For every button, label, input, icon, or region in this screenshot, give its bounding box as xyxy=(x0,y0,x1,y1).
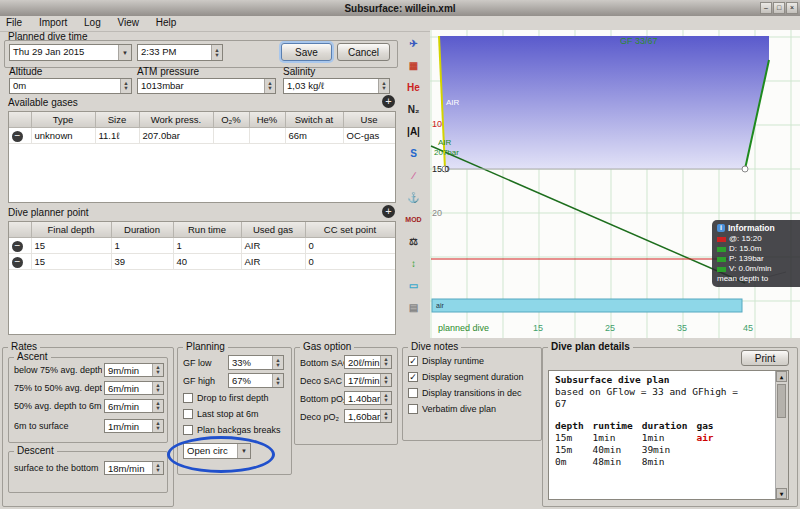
cancel-button[interactable]: Cancel xyxy=(337,43,390,61)
deco-sac-spinner[interactable]: 17ℓ/min xyxy=(344,373,392,387)
plan-scrollbar[interactable] xyxy=(775,371,788,499)
spinner-arrows-icon[interactable] xyxy=(264,79,275,93)
phe-toggle-icon[interactable]: He xyxy=(401,77,426,98)
checkbox-icon[interactable] xyxy=(183,393,193,403)
scroll-up-icon[interactable] xyxy=(776,371,787,382)
avg-depth-toggle-icon[interactable]: |A| xyxy=(401,121,426,142)
spinner-arrows-icon[interactable] xyxy=(380,410,391,422)
display-transitions-checkbox[interactable]: Display transitions in dec xyxy=(408,388,534,398)
remove-point-icon[interactable]: − xyxy=(12,241,23,252)
deco-po2-spinner[interactable]: 1,60bar xyxy=(344,409,392,423)
gas-workpress-cell[interactable]: 207.0bar xyxy=(139,128,213,144)
chevron-down-icon[interactable] xyxy=(237,444,250,458)
salinity-spinner[interactable]: 1,03 kg/ℓ xyxy=(283,78,390,94)
spinner-arrows-icon[interactable] xyxy=(380,374,391,386)
ascent-rate-1-spinner[interactable]: 9m/min xyxy=(104,363,164,377)
point-gas-cell[interactable]: AIR xyxy=(241,254,305,270)
remove-gas-icon[interactable]: − xyxy=(12,131,23,142)
bottom-po2-spinner[interactable]: 1.40bar xyxy=(344,391,392,405)
menu-log[interactable]: Log xyxy=(78,16,109,28)
close-icon[interactable]: × xyxy=(786,2,798,14)
checkbox-icon[interactable] xyxy=(183,425,193,435)
dive-profile-chart[interactable]: air GF 33/67 AIR 10 AIR 207bar 15.0 20 1… xyxy=(430,30,800,338)
gas-he-cell[interactable] xyxy=(249,128,285,144)
ascent-rate-4-spinner[interactable]: 1m/min xyxy=(104,419,164,433)
scroll-down-icon[interactable] xyxy=(776,488,787,499)
gas-switch-icon[interactable]: ↕ xyxy=(401,253,426,274)
checkbox-icon[interactable] xyxy=(408,388,418,398)
circuit-mode-select[interactable]: Open circ xyxy=(183,443,251,459)
mod-toggle-icon[interactable]: MOD xyxy=(401,209,426,230)
spinner-arrows-icon[interactable] xyxy=(152,420,163,432)
airplane-icon[interactable]: ✈ xyxy=(401,33,426,54)
title-bar[interactable]: Subsurface: willein.xml xyxy=(0,0,800,16)
display-segment-duration-checkbox[interactable]: ✓ Display segment duration xyxy=(408,372,534,382)
ascent-rate-3-spinner[interactable]: 6m/min xyxy=(104,399,164,413)
tank-bar-toggle-icon[interactable]: ▭ xyxy=(401,275,426,296)
gas-o2-cell[interactable] xyxy=(213,128,249,144)
scale-toggle-icon[interactable]: ⚖ xyxy=(401,231,426,252)
spinner-arrows-icon[interactable] xyxy=(380,356,391,368)
gas-size-cell[interactable]: 11.1ℓ xyxy=(95,128,139,144)
drop-to-first-depth-checkbox[interactable]: Drop to first depth xyxy=(183,393,269,403)
spinner-arrows-icon[interactable] xyxy=(380,392,391,404)
checkbox-icon[interactable] xyxy=(408,404,418,414)
gas-type-cell[interactable]: unknown xyxy=(31,128,95,144)
menu-file[interactable]: File xyxy=(0,16,30,28)
spinner-arrows-icon[interactable] xyxy=(272,374,283,387)
descent-rate-spinner[interactable]: 18m/min xyxy=(104,461,164,475)
plan-backgas-breaks-checkbox[interactable]: Plan backgas breaks xyxy=(183,425,281,435)
spinner-arrows-icon[interactable] xyxy=(120,79,131,93)
spinner-arrows-icon[interactable] xyxy=(152,400,163,412)
gf-low-spinner[interactable]: 33% xyxy=(228,355,284,370)
ruler-icon[interactable]: ∕ xyxy=(401,165,426,186)
remove-point-icon[interactable]: − xyxy=(12,257,23,268)
diver-icon[interactable]: ⚓ xyxy=(401,187,426,208)
point-duration-cell[interactable]: 1 xyxy=(111,238,173,254)
waypoint-handle[interactable] xyxy=(742,166,748,172)
display-runtime-checkbox[interactable]: ✓ Display runtime xyxy=(408,356,534,366)
spinner-arrows-icon[interactable] xyxy=(152,462,163,474)
point-runtime-cell[interactable]: 40 xyxy=(173,254,241,270)
pn2-toggle-icon[interactable]: N₂ xyxy=(401,99,426,120)
spinner-arrows-icon[interactable] xyxy=(152,364,163,376)
gas-switchat-cell[interactable]: 66m xyxy=(285,128,343,144)
photos-toggle-icon[interactable]: ▤ xyxy=(401,297,426,318)
tissue-heatmap-icon[interactable]: ▦ xyxy=(401,55,426,76)
last-stop-6m-checkbox[interactable]: Last stop at 6m xyxy=(183,409,259,419)
spinner-arrows-icon[interactable] xyxy=(378,79,389,93)
point-setpoint-cell[interactable]: 0 xyxy=(305,254,395,270)
print-button[interactable]: Print xyxy=(741,350,789,366)
point-runtime-cell[interactable]: 1 xyxy=(173,238,241,254)
menu-help[interactable]: Help xyxy=(150,16,185,28)
gas-use-cell[interactable]: OC-gas xyxy=(343,128,395,144)
point-setpoint-cell[interactable]: 0 xyxy=(305,238,395,254)
spinner-arrows-icon[interactable] xyxy=(211,45,222,60)
sac-toggle-icon[interactable]: S xyxy=(401,143,426,164)
menu-import[interactable]: Import xyxy=(33,16,75,28)
point-gas-cell[interactable]: AIR xyxy=(241,238,305,254)
menu-view[interactable]: View xyxy=(112,16,148,28)
dive-time-spinner[interactable]: 2:33 PM xyxy=(137,44,223,61)
altitude-spinner[interactable]: 0m xyxy=(9,78,132,94)
dive-date-select[interactable]: Thu 29 Jan 2015 xyxy=(9,44,132,61)
minimize-icon[interactable]: – xyxy=(760,2,772,14)
gf-high-spinner[interactable]: 67% xyxy=(228,373,284,388)
checkbox-icon[interactable]: ✓ xyxy=(408,356,418,366)
add-gas-button[interactable]: + xyxy=(382,95,395,108)
point-depth-cell[interactable]: 15 xyxy=(31,254,111,270)
spinner-arrows-icon[interactable] xyxy=(272,356,283,369)
chevron-down-icon[interactable] xyxy=(118,45,131,60)
add-point-button[interactable]: + xyxy=(382,205,395,218)
atm-pressure-spinner[interactable]: 1013mbar xyxy=(137,78,276,94)
bottom-sac-spinner[interactable]: 20ℓ/min xyxy=(344,355,392,369)
point-depth-cell[interactable]: 15 xyxy=(31,238,111,254)
checkbox-icon[interactable]: ✓ xyxy=(408,372,418,382)
checkbox-icon[interactable] xyxy=(183,409,193,419)
save-button[interactable]: Save xyxy=(281,43,332,61)
maximize-icon[interactable]: □ xyxy=(773,2,785,14)
verbatim-dive-plan-checkbox[interactable]: Verbatim dive plan xyxy=(408,404,534,414)
spinner-arrows-icon[interactable] xyxy=(152,382,163,394)
ascent-rate-2-spinner[interactable]: 6m/min xyxy=(104,381,164,395)
scrollbar-thumb[interactable] xyxy=(777,384,786,418)
